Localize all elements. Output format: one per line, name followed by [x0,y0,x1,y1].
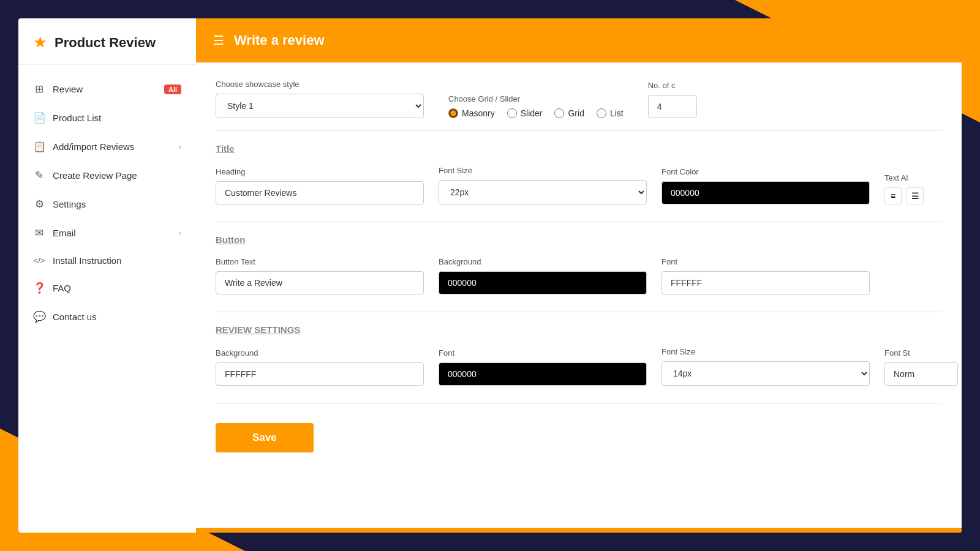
radio-masonry-input[interactable] [448,108,458,118]
main-form: Choose showcase style Style 1 Style 2 St… [196,62,962,528]
heading-input[interactable] [216,181,424,204]
sidebar-item-email[interactable]: ✉ Email ‹ [18,219,196,247]
font-color-group: Font Color [662,167,870,204]
align-center-icon[interactable]: ☰ [907,187,924,204]
sidebar-item-contact-label: Contact us [53,312,97,322]
num-columns-label: No. of c [648,81,697,90]
main-content-area: ☰ Write a review Choose showcase style S… [196,18,962,533]
sidebar-item-add-import-reviews[interactable]: 📋 Add/import Reviews ‹ [18,132,196,161]
font-color-input[interactable] [662,181,870,204]
save-button[interactable]: Save [216,423,314,452]
font-color-label: Font Color [662,167,870,176]
review-font-style-input[interactable] [884,362,958,386]
review-font-style-group: Font St [884,348,958,386]
radio-masonry-label: Masonry [462,108,495,118]
radio-list[interactable]: List [597,108,624,118]
sidebar-item-install-label: Install Instruction [53,255,122,266]
radio-grid-label: Grid [568,108,584,118]
bottom-bar [196,528,962,533]
sidebar-item-settings[interactable]: ⚙ Settings [18,190,196,219]
grid-slider-label: Choose Grid / Slider [448,94,624,103]
num-columns-input[interactable] [648,95,697,118]
layers-icon: 📋 [33,140,45,153]
chevron-left-icon-2: ‹ [179,228,181,238]
button-bg-label: Background [439,257,647,266]
review-font-label: Font [439,348,647,358]
button-form-row: Button Text Background Font [216,257,942,294]
radio-slider-input[interactable] [507,108,517,118]
sidebar-logo: ★ Product Review [18,18,196,65]
review-settings-heading: REVIEW SETTINGS [216,324,942,335]
radio-list-input[interactable] [597,108,606,118]
review-settings-section: REVIEW SETTINGS Background Font Font Siz… [216,324,942,386]
review-font-style-label: Font St [884,348,958,358]
radio-list-label: List [610,108,624,118]
chat-icon: 💬 [33,310,45,323]
gear-icon: ⚙ [33,198,45,211]
grid-icon: ⊞ [33,83,45,96]
button-section-heading: Button [216,234,942,245]
document-icon: 📄 [33,111,45,124]
button-section: Button Button Text Background Font [216,234,942,294]
text-align-group: Text Al ≡ ☰ [884,173,924,204]
review-bg-input[interactable] [216,362,424,386]
divider-4 [216,403,942,403]
sidebar-item-faq[interactable]: ❓ FAQ [18,274,196,302]
button-font-label: Font [662,257,870,266]
align-left-icon[interactable]: ≡ [884,187,902,204]
button-bg-input[interactable] [439,271,647,294]
font-size-select[interactable]: 14px 16px 18px 20px 22px 24px 28px [439,180,647,204]
radio-grid-input[interactable] [554,108,564,118]
sidebar-item-product-list[interactable]: 📄 Product List [18,103,196,132]
showcase-style-select[interactable]: Style 1 Style 2 Style 3 [216,94,424,118]
showcase-style-group: Choose showcase style Style 1 Style 2 St… [216,80,424,118]
hamburger-icon[interactable]: ☰ [213,33,224,48]
star-icon: ★ [33,33,47,52]
badge-all: All [164,84,181,94]
sidebar-item-install-instruction[interactable]: </> Install Instruction [18,247,196,274]
showcase-section: Choose showcase style Style 1 Style 2 St… [216,80,942,118]
title-section: Title Heading Font Size 14px 16px 18px 2… [216,143,942,204]
title-section-heading: Title [216,143,942,154]
chevron-left-icon: ‹ [179,142,181,151]
review-font-group: Font [439,348,647,386]
review-font-size-group: Font Size 12px 13px 14px 15px 16px [662,347,870,386]
num-columns-group: No. of c [648,81,697,118]
button-font-input[interactable] [662,271,870,294]
sidebar-item-review[interactable]: ⊞ Review All [18,75,196,103]
sidebar-item-contact-us[interactable]: 💬 Contact us [18,302,196,331]
review-font-input[interactable] [439,362,647,386]
divider-2 [216,222,942,222]
review-font-size-label: Font Size [662,347,870,356]
sidebar-nav: ⊞ Review All 📄 Product List 📋 Add/import… [18,65,196,533]
review-bg-label: Background [216,348,424,358]
text-align-controls: ≡ ☰ [884,187,924,204]
faq-icon: ❓ [33,282,45,294]
heading-label: Heading [216,167,424,176]
grid-slider-group: Choose Grid / Slider Masonry Slider G [448,94,624,118]
review-font-size-select[interactable]: 12px 13px 14px 15px 16px [662,361,870,386]
sidebar-item-create-review-page[interactable]: ✎ Create Review Page [18,161,196,190]
button-bg-group: Background [439,257,647,294]
review-settings-form-row: Background Font Font Size 12px 13px 14px [216,347,942,386]
sidebar-item-product-list-label: Product List [53,113,101,123]
showcase-style-label: Choose showcase style [216,80,424,89]
review-bg-group: Background [216,348,424,386]
radio-slider[interactable]: Slider [507,108,543,118]
sidebar-item-add-import-label: Add/import Reviews [53,141,134,152]
divider-1 [216,130,942,131]
sidebar-item-settings-label: Settings [53,199,86,209]
radio-group: Masonry Slider Grid List [448,108,624,118]
button-text-label: Button Text [216,257,424,266]
main-header: ☰ Write a review [196,18,962,62]
radio-grid[interactable]: Grid [554,108,584,118]
email-icon: ✉ [33,227,45,239]
font-size-label: Font Size [439,166,647,175]
text-align-label: Text Al [884,173,924,182]
sidebar-item-review-label: Review [53,84,83,94]
button-text-input[interactable] [216,271,424,294]
font-size-group: Font Size 14px 16px 18px 20px 22px 24px … [439,166,647,204]
sidebar-item-create-review-label: Create Review Page [53,170,137,181]
heading-group: Heading [216,167,424,204]
radio-masonry[interactable]: Masonry [448,108,495,118]
